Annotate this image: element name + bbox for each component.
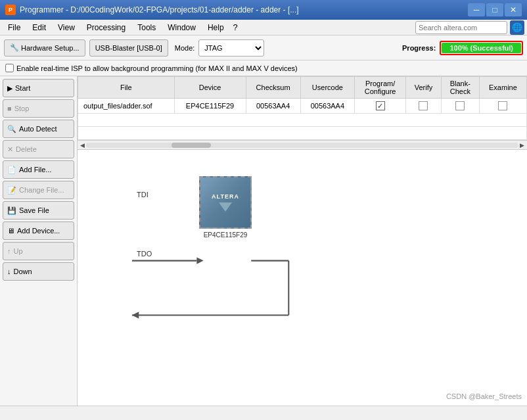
watermark: CSDN @Baker_Streets [446,392,522,400]
add-file-button[interactable]: 📄 Add File... [3,160,74,179]
sidebar: ▶ Start ■ Stop 🔍 Auto Detect ✕ Delete 📄 … [0,76,78,406]
col-usercode: Usercode [300,77,354,99]
isp-bar: Enable real-time ISP to allow background… [0,60,527,76]
up-icon: ↑ [7,247,11,255]
cell-examine[interactable] [479,99,526,114]
change-file-icon: 📝 [7,186,16,195]
menu-view[interactable]: View [53,22,80,34]
menu-help[interactable]: Help [202,22,229,34]
progress-label: Progress: [402,44,436,52]
col-checksum: Checksum [246,77,300,99]
scrollbar-track[interactable] [86,143,518,148]
progress-section: Progress: 100% (Successful) [402,41,523,55]
chip-logo: ALTERA [212,193,239,200]
close-button[interactable]: ✕ [505,3,522,16]
stop-label: Stop [14,105,30,112]
diagram-area: TDI TDO ALTERA EP4CE115F29 CSDN @Baker_S… [78,150,527,406]
examine-checkbox[interactable] [498,101,507,110]
mode-label: Mode: [175,44,195,52]
col-examine: Examine [479,77,526,99]
cell-device: EP4CE115F29 [174,99,246,114]
progress-bar: 100% (Successful) [442,43,521,53]
chip-label: EP4CE115F29 [199,231,252,239]
svg-marker-1 [196,257,203,264]
minimize-button[interactable]: ─ [468,3,485,16]
search-area: 🌐 [415,20,524,35]
chip-container: ALTERA EP4CE115F29 [199,176,252,239]
isp-label: Enable real-time ISP to allow background… [16,64,298,72]
up-button[interactable]: ↑ Up [3,242,74,260]
start-button[interactable]: ▶ Start [3,79,74,97]
stop-button[interactable]: ■ Stop [3,99,74,118]
mode-select[interactable]: JTAG Active Serial Passive Serial [198,39,264,57]
add-file-icon: 📄 [7,166,16,174]
menu-tools[interactable]: Tools [132,22,161,34]
usb-blaster-label: USB-Blaster [USB-0] [95,44,162,52]
globe-icon[interactable]: 🌐 [510,20,524,35]
down-icon: ↓ [7,268,11,275]
chip-triangle [219,202,232,212]
search-input[interactable] [415,21,507,34]
auto-detect-icon: 🔍 [7,125,16,133]
change-file-button[interactable]: 📝 Change File... [3,181,74,199]
cell-program[interactable]: ✓ [355,99,406,114]
title-bar-text: Programmer - D:/00CodingWork/02-FPGA/pro… [20,5,299,14]
status-bar [0,406,527,420]
col-verify: Verify [406,77,442,99]
isp-checkbox[interactable] [5,64,14,72]
save-file-label: Save File [19,206,49,214]
col-device: Device [174,77,246,99]
file-table: File Device Checksum Usercode Program/Co… [78,76,527,150]
menu-window[interactable]: Window [162,22,201,34]
add-device-icon: 🖥 [7,227,14,235]
usb-blaster-button[interactable]: USB-Blaster [USB-0] [89,39,168,57]
save-file-icon: 💾 [7,206,16,215]
title-bar-left: P Programmer - D:/00CodingWork/02-FPGA/p… [5,5,299,15]
scrollbar-thumb[interactable] [172,143,211,148]
save-file-button[interactable]: 💾 Save File [3,201,74,220]
delete-label: Delete [16,145,37,153]
delete-button[interactable]: ✕ Delete [3,140,74,158]
cell-usercode: 00563AA4 [300,99,354,114]
empty-row [78,114,527,127]
table-row: output_files/adder.sof EP4CE115F29 00563… [78,99,527,114]
scroll-right-arrow[interactable]: ▶ [518,142,526,149]
down-button[interactable]: ↓ Down [3,262,74,281]
svg-marker-5 [132,312,139,318]
cell-checksum: 00563AA4 [246,99,300,114]
blank-check-checkbox[interactable] [455,101,465,110]
horizontal-scrollbar[interactable]: ◀ ▶ [78,140,527,149]
diagram-svg [78,150,527,406]
program-checkbox[interactable]: ✓ [376,101,385,110]
scroll-left-arrow[interactable]: ◀ [79,142,86,149]
change-file-label: Change File... [19,186,64,194]
cell-verify[interactable] [406,99,442,114]
stop-icon: ■ [7,105,12,112]
tdo-label: TDO [137,250,152,258]
title-bar: P Programmer - D:/00CodingWork/02-FPGA/p… [0,0,527,20]
menu-edit[interactable]: Edit [27,22,51,34]
maximize-button[interactable]: □ [486,3,503,16]
help-icon[interactable]: ? [233,22,238,32]
col-program: Program/Configure [355,77,406,99]
menu-file[interactable]: File [3,22,26,34]
start-label: Start [15,84,30,92]
add-device-button[interactable]: 🖥 Add Device... [3,222,74,240]
auto-detect-button[interactable]: 🔍 Auto Detect [3,120,74,138]
menu-bar: File Edit View Processing Tools Window H… [0,20,527,35]
empty-row-2 [78,127,527,140]
toolbar: 🔧 Hardware Setup... USB-Blaster [USB-0] … [0,35,527,60]
programmer-table: File Device Checksum Usercode Program/Co… [78,76,527,140]
hardware-setup-button[interactable]: 🔧 Hardware Setup... [4,39,85,57]
progress-bar-container: 100% (Successful) [440,41,523,55]
tdi-label: TDI [137,191,149,198]
main-area: ▶ Start ■ Stop 🔍 Auto Detect ✕ Delete 📄 … [0,76,527,406]
cell-blank-check[interactable] [441,99,479,114]
chip-box: ALTERA [199,176,252,229]
window-controls: ─ □ ✕ [468,3,522,16]
verify-checkbox[interactable] [419,101,428,110]
hardware-setup-label: Hardware Setup... [21,44,80,52]
menu-processing[interactable]: Processing [81,22,131,34]
up-label: Up [14,247,23,255]
auto-detect-label: Auto Detect [19,125,57,133]
